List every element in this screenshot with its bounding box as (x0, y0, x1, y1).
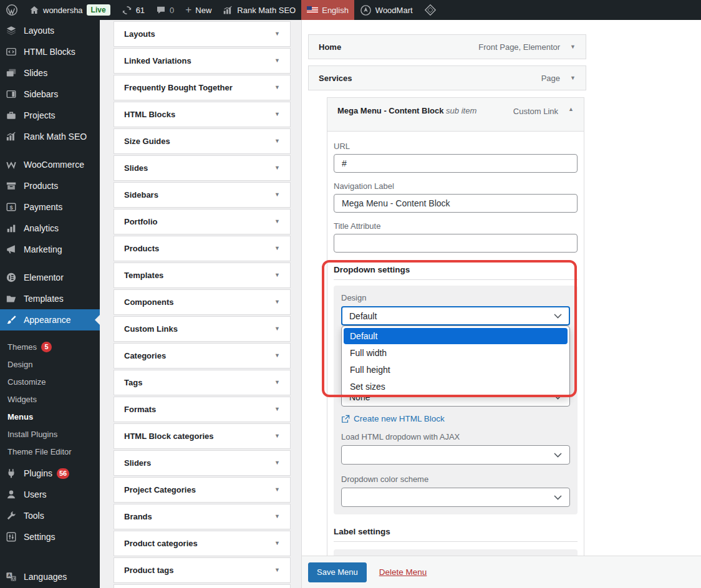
language-switcher[interactable]: English (301, 0, 354, 20)
menu-item-type: Custom Link (513, 107, 558, 116)
submenu-item-widgets[interactable]: Widgets (0, 390, 100, 408)
submenu-item-themes[interactable]: Themes 5 (0, 338, 100, 355)
sidebar-item-layouts[interactable]: Layouts (0, 20, 100, 41)
menu-item-services[interactable]: Services Page ▼ (308, 65, 586, 90)
url-input[interactable] (334, 154, 578, 173)
sidebar-item-payments[interactable]: $ Payments (0, 196, 100, 218)
accordion-section-html-block-categories[interactable]: HTML Block categories▼ (114, 423, 291, 449)
design-select[interactable]: Default (341, 306, 570, 325)
submenu-item-install-plugins[interactable]: Install Plugins (0, 425, 100, 443)
sidebar-item-users[interactable]: Users (0, 484, 100, 505)
new-content-menu[interactable]: + New (180, 0, 217, 20)
comment-icon (156, 5, 166, 15)
accordion-section-product-tags[interactable]: Product tags▼ (114, 557, 291, 583)
sidebar-item-products[interactable]: Products (0, 175, 100, 196)
section-title: Slides (124, 163, 148, 173)
title-attribute-input[interactable] (334, 234, 578, 253)
accordion-section-html-blocks[interactable]: HTML Blocks▼ (114, 102, 291, 127)
section-title: Brands (124, 512, 152, 521)
plugins-update-badge: 56 (57, 468, 69, 479)
accordion-section-sliders[interactable]: Sliders▼ (114, 450, 291, 476)
accordion-section-portfolio[interactable]: Portfolio▼ (114, 209, 291, 234)
accordion-section-templates[interactable]: Templates▼ (114, 263, 291, 288)
delete-menu-link[interactable]: Delete Menu (379, 567, 427, 577)
publishing-actions-bar: Save Menu Delete Menu (302, 556, 701, 588)
accordion-section-size-guides[interactable]: Size Guides▼ (114, 128, 291, 154)
collapse-icon[interactable]: ▲ (568, 107, 574, 112)
sidebar-item-label: Sidebars (24, 89, 58, 99)
gem-menu[interactable] (418, 0, 442, 20)
sidebar-item-projects[interactable]: Projects (0, 105, 100, 126)
accordion-section-brands[interactable]: Brands▼ (114, 504, 291, 529)
rank-math-menu[interactable]: Rank Math SEO (217, 0, 301, 20)
accordion-section-categories[interactable]: Categories▼ (114, 343, 291, 369)
sidebar-item-analytics[interactable]: Analytics (0, 218, 100, 239)
sidebar-item-tools[interactable]: Tools (0, 505, 100, 526)
menu-item-type: Front Page, Elementor (478, 42, 560, 52)
color-scheme-select[interactable] (341, 488, 570, 507)
sidebar-item-rank-math[interactable]: Rank Math SEO (0, 126, 100, 147)
sidebar-item-label: HTML Blocks (24, 47, 75, 57)
accordion-section-sidebars[interactable]: Sidebars▼ (114, 182, 291, 208)
sidebar-item-templates[interactable]: Templates (0, 288, 100, 309)
theme-label: WoodMart (375, 6, 413, 15)
sidebar-item-languages[interactable]: A Languages (0, 566, 100, 587)
url-label: URL (334, 142, 578, 152)
submenu-item-design[interactable]: Design (0, 355, 100, 373)
accordion-section-products[interactable]: Products▼ (114, 236, 291, 261)
chevron-down-icon: ▼ (274, 514, 280, 519)
accordion-section-partial[interactable] (114, 584, 291, 588)
menu-item-home[interactable]: Home Front Page, Elementor ▼ (308, 34, 586, 59)
submenu-item-customize[interactable]: Customize (0, 373, 100, 390)
accordion-section-linked-variations[interactable]: Linked Variations▼ (114, 48, 291, 74)
submenu-item-theme-file-editor[interactable]: Theme File Editor (0, 443, 100, 460)
accordion-section-slides[interactable]: Slides▼ (114, 155, 291, 181)
expand-icon[interactable]: ▼ (570, 75, 576, 81)
comments-menu[interactable]: 0 (150, 0, 180, 20)
option-set-sizes[interactable]: Set sizes (344, 378, 568, 395)
sidebar-item-elementor[interactable]: Elementor (0, 267, 100, 288)
accordion-section-custom-links[interactable]: Custom Links▼ (114, 316, 291, 342)
accordion-section-formats[interactable]: Formats▼ (114, 397, 291, 422)
section-title: Formats (124, 405, 156, 414)
sidebar-separator (0, 260, 100, 267)
updates-menu[interactable]: 61 (116, 0, 150, 20)
sidebar-item-label: Appearance (24, 315, 71, 325)
briefcase-icon (5, 109, 17, 122)
create-html-block-link[interactable]: Create new HTML Block (341, 414, 570, 423)
sidebar-item-html-blocks[interactable]: HTML Blocks (0, 41, 100, 62)
seo-chart-icon (5, 130, 17, 143)
site-name-menu[interactable]: wondersha Live (24, 0, 116, 20)
expand-icon[interactable]: ▼ (570, 44, 576, 50)
home-icon (29, 5, 39, 15)
chevron-down-icon: ▼ (274, 192, 280, 198)
sidebar-item-woocommerce[interactable]: WooCommerce (0, 154, 100, 175)
accordion-section-components[interactable]: Components▼ (114, 289, 291, 315)
submenu-item-menus[interactable]: Menus (0, 408, 100, 425)
accordion-section-frequently-bought[interactable]: Frequently Bought Together▼ (114, 75, 291, 100)
sidebar-item-label: Templates (24, 294, 64, 304)
save-menu-button[interactable]: Save Menu (308, 562, 367, 582)
plus-icon: + (185, 4, 191, 15)
accordion-section-project-categories[interactable]: Project Categories▼ (114, 477, 291, 503)
sidebar-item-slides[interactable]: Slides (0, 62, 100, 84)
accordion-section-tags[interactable]: Tags▼ (114, 370, 291, 395)
option-full-width[interactable]: Full width (344, 345, 568, 361)
accordion-section-product-categories[interactable]: Product categories▼ (114, 531, 291, 556)
sidebar-item-appearance[interactable]: Appearance (0, 309, 100, 330)
chevron-down-icon: ▼ (274, 112, 280, 117)
sidebar-item-settings[interactable]: Settings (0, 526, 100, 547)
dropdown-settings-panel: Design Default Default Full width Full h… (334, 286, 578, 514)
ajax-select[interactable] (341, 445, 570, 465)
accordion-section-layouts[interactable]: Layouts▼ (114, 21, 291, 47)
theme-menu[interactable]: WoodMart (354, 0, 418, 20)
wordpress-logo-menu[interactable] (0, 0, 24, 20)
menu-item-handle[interactable]: Mega Menu - Content Block sub item Custo… (327, 97, 584, 132)
sidebar-item-sidebars[interactable]: Sidebars (0, 84, 100, 105)
sidebar-item-marketing[interactable]: Marketing (0, 239, 100, 260)
navigation-label-input[interactable] (334, 194, 578, 213)
option-full-height[interactable]: Full height (344, 362, 568, 378)
elementor-icon (5, 271, 17, 284)
option-default[interactable]: Default (344, 328, 568, 344)
sidebar-item-plugins[interactable]: Plugins 56 (0, 463, 100, 484)
